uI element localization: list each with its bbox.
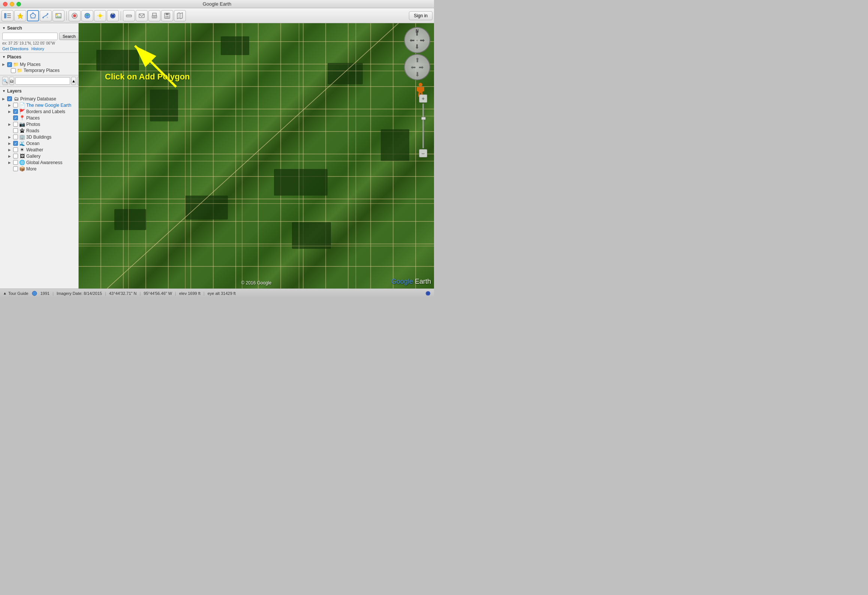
zoom-out-button[interactable]: – bbox=[419, 149, 427, 157]
sign-in-button[interactable]: Sign in bbox=[409, 11, 433, 20]
pan-right[interactable]: ➡ bbox=[419, 64, 424, 71]
map-area[interactable]: Click on Add Polygon N ⬆ ⬅ ● ➡ ⬇ ⬆ bbox=[79, 23, 434, 289]
layer-places[interactable]: 📍 Places bbox=[2, 115, 76, 121]
search-row: Search bbox=[2, 33, 76, 40]
layer-gallery[interactable]: ▶ 🖼 Gallery bbox=[2, 153, 76, 159]
new-earth-icon: 📄 bbox=[19, 102, 25, 108]
layer-primary-db[interactable]: ▶ 🗂 Primary Database bbox=[2, 96, 76, 102]
navigation-compass[interactable]: N ⬆ ⬅ ● ➡ ⬇ bbox=[404, 27, 430, 53]
places-text-input[interactable] bbox=[15, 77, 70, 85]
status-sep-4: | bbox=[175, 291, 176, 296]
status-eye-alt: eye alt 31429 ft bbox=[208, 291, 236, 296]
temporary-places-item[interactable]: 📁 Temporary Places bbox=[2, 67, 76, 73]
more-icon: 📦 bbox=[19, 166, 25, 172]
move-up-button[interactable]: ▲ bbox=[71, 77, 76, 85]
google-earth-logo: Google Earth bbox=[391, 278, 431, 286]
zoom-thumb[interactable] bbox=[421, 117, 426, 120]
new-earth-checkbox[interactable] bbox=[13, 103, 18, 108]
temp-places-checkbox[interactable] bbox=[11, 68, 16, 73]
search-tool-button[interactable]: 🔍 bbox=[2, 77, 8, 85]
maximize-button[interactable] bbox=[16, 2, 21, 6]
svg-point-41 bbox=[167, 16, 168, 17]
minimize-button[interactable] bbox=[10, 2, 14, 6]
save-image-button[interactable] bbox=[161, 10, 173, 21]
roads-checkbox[interactable] bbox=[13, 128, 18, 133]
layer-roads[interactable]: 🛣 Roads bbox=[2, 127, 76, 134]
svg-point-17 bbox=[85, 13, 90, 18]
eye-alt-value: eye alt 31429 ft bbox=[208, 291, 236, 296]
photos-checkbox[interactable] bbox=[13, 122, 18, 127]
new-earth-arrow: ▶ bbox=[8, 103, 12, 107]
layer-borders[interactable]: ▶ 🚩 Borders and Labels bbox=[2, 108, 76, 115]
maps-button[interactable] bbox=[174, 10, 186, 21]
layer-weather[interactable]: ▶ ☀ Weather bbox=[2, 147, 76, 153]
close-button[interactable] bbox=[3, 2, 7, 6]
weather-checkbox[interactable] bbox=[13, 147, 18, 152]
layer-new-earth[interactable]: ▶ 📄 The new Google Earth bbox=[2, 102, 76, 108]
borders-checkbox[interactable] bbox=[13, 109, 18, 114]
svg-rect-37 bbox=[156, 16, 157, 16]
tour-guide-label: Tour Guide bbox=[8, 291, 28, 296]
sidebar: ▼ Search Search ex: 37 25' 19.1"N, 122 0… bbox=[0, 23, 79, 289]
3d-buildings-checkbox[interactable] bbox=[13, 135, 18, 139]
field-patch-1 bbox=[96, 50, 139, 71]
field-patch-5 bbox=[381, 129, 409, 161]
primary-db-icon: 🗂 bbox=[13, 96, 19, 102]
zoom-in-button[interactable]: + bbox=[419, 94, 427, 103]
search-hint: ex: 37 25' 19.1"N, 122 05' 06"W bbox=[2, 41, 76, 45]
record-tour-button[interactable] bbox=[69, 10, 81, 21]
3d-buildings-icon: 🏢 bbox=[19, 134, 25, 140]
ocean-checkbox[interactable] bbox=[13, 141, 18, 146]
compass-ring[interactable]: N ⬆ ⬅ ● ➡ ⬇ bbox=[404, 27, 430, 53]
more-checkbox[interactable] bbox=[13, 166, 18, 171]
global-arrow: ▶ bbox=[8, 161, 12, 164]
folder-tool-button[interactable]: 🗂 bbox=[9, 77, 14, 85]
earth-view-button[interactable] bbox=[81, 10, 93, 21]
search-header[interactable]: ▼ Search bbox=[2, 25, 76, 31]
pan-left[interactable]: ⬅ bbox=[411, 64, 416, 71]
history-link[interactable]: History bbox=[31, 46, 44, 51]
places-layer-checkbox[interactable] bbox=[13, 115, 18, 120]
print-button[interactable] bbox=[148, 10, 160, 21]
zoom-track[interactable] bbox=[422, 103, 424, 148]
sidebar-toggle-button[interactable] bbox=[1, 10, 13, 21]
tour-guide[interactable]: ▲ Tour Guide bbox=[3, 291, 28, 296]
ruler-button[interactable] bbox=[123, 10, 135, 21]
my-places-label: My Places bbox=[20, 62, 40, 67]
temp-places-label: Temporary Places bbox=[24, 68, 60, 73]
add-placemark-button[interactable]: + bbox=[14, 10, 26, 21]
add-polygon-button[interactable]: + bbox=[27, 10, 39, 21]
my-places-checkbox[interactable] bbox=[7, 62, 12, 67]
svg-rect-34 bbox=[153, 13, 156, 15]
layer-3d-buildings[interactable]: ▶ 🏢 3D Buildings bbox=[2, 134, 76, 140]
pan-control[interactable]: ⬆ ⬅ ➡ ⬇ bbox=[404, 54, 430, 80]
compass-north-label: N bbox=[416, 28, 419, 33]
add-image-button[interactable] bbox=[52, 10, 64, 21]
add-path-button[interactable]: + bbox=[40, 10, 52, 21]
search-button[interactable]: Search bbox=[59, 33, 79, 40]
pan-down[interactable]: ⬇ bbox=[415, 71, 420, 78]
get-directions-link[interactable]: Get Directions bbox=[2, 46, 28, 51]
layer-ocean[interactable]: ▶ 🌊 Ocean bbox=[2, 140, 76, 147]
svg-rect-39 bbox=[166, 13, 169, 15]
field-patch-9 bbox=[221, 36, 249, 55]
places-section: ▼ Places ▶ 📁 My Places 📁 Temporary Place… bbox=[0, 53, 78, 75]
places-header[interactable]: ▼ Places bbox=[2, 54, 76, 60]
svg-point-20 bbox=[99, 14, 102, 17]
toolbar-sep-1 bbox=[66, 11, 67, 20]
new-earth-label[interactable]: The new Google Earth bbox=[26, 103, 71, 108]
layers-header[interactable]: ▼ Layers bbox=[2, 88, 76, 94]
pan-up[interactable]: ⬆ bbox=[415, 57, 420, 64]
primary-db-checkbox[interactable] bbox=[7, 96, 12, 101]
sky-button[interactable] bbox=[107, 10, 119, 21]
my-places-item[interactable]: ▶ 📁 My Places bbox=[2, 61, 76, 67]
layer-more[interactable]: 📦 More bbox=[2, 166, 76, 172]
sun-button[interactable] bbox=[94, 10, 106, 21]
borders-arrow: ▶ bbox=[8, 110, 12, 114]
gallery-checkbox[interactable] bbox=[13, 154, 18, 158]
layer-photos[interactable]: ▶ 📷 Photos bbox=[2, 121, 76, 127]
email-button[interactable] bbox=[136, 10, 148, 21]
global-checkbox[interactable] bbox=[13, 160, 18, 165]
search-input[interactable] bbox=[2, 33, 58, 40]
layer-global-awareness[interactable]: ▶ 🌐 Global Awareness bbox=[2, 159, 76, 166]
